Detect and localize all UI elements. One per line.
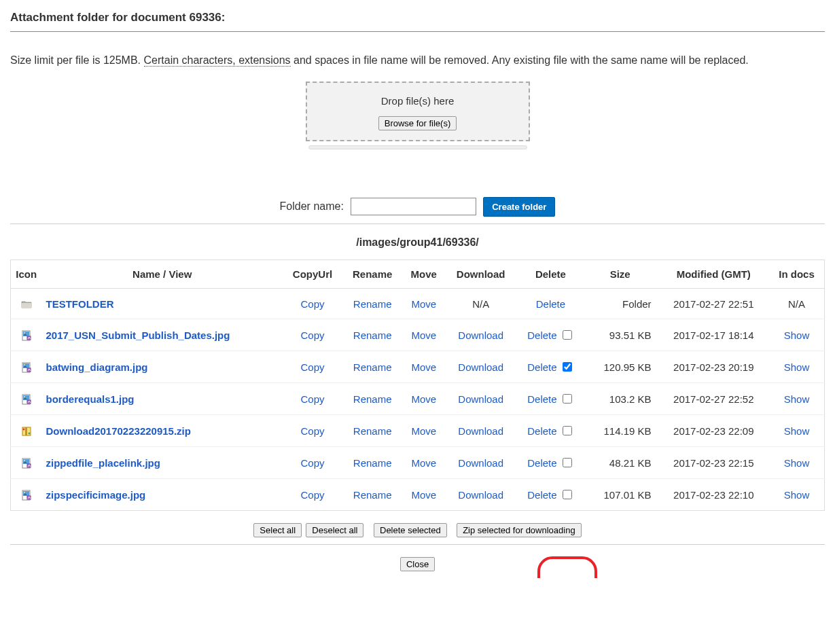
file-modified: 2017-02-23 22:10: [658, 479, 769, 511]
delete-link[interactable]: Delete: [536, 298, 565, 310]
delete-checkbox[interactable]: [563, 426, 572, 435]
col-download: Download: [445, 260, 516, 289]
delete-checkbox[interactable]: [563, 362, 572, 372]
table-row: zippedfile_placelink.jpgCopyRenameMoveDo…: [11, 447, 825, 479]
file-name-link[interactable]: Download20170223220915.zip: [46, 425, 191, 437]
copy-link[interactable]: Copy: [301, 425, 325, 437]
file-modified: 2017-02-23 22:09: [658, 415, 769, 447]
file-modified: 2017-02-27 22:52: [658, 383, 769, 415]
copy-link[interactable]: Copy: [301, 361, 325, 373]
delete-link[interactable]: Delete: [527, 361, 556, 373]
copy-link[interactable]: Copy: [301, 457, 325, 469]
col-delete: Delete: [516, 260, 585, 289]
create-folder-button[interactable]: Create folder: [483, 197, 555, 217]
table-row: batwing_diagram.jpgCopyRenameMoveDownloa…: [11, 351, 825, 383]
delete-link[interactable]: Delete: [527, 489, 556, 501]
delete-link[interactable]: Delete: [527, 457, 556, 469]
download-link[interactable]: Download: [458, 329, 503, 341]
show-link[interactable]: Show: [784, 361, 810, 373]
image-icon: [11, 479, 42, 511]
folder-icon: [11, 289, 42, 319]
file-size: 107.01 KB: [585, 479, 658, 511]
svg-rect-13: [25, 427, 27, 435]
folder-name-input[interactable]: [351, 198, 476, 215]
download-link[interactable]: Download: [458, 457, 503, 469]
rename-link[interactable]: Rename: [353, 329, 392, 341]
col-rename: Rename: [342, 260, 402, 289]
move-link[interactable]: Move: [411, 361, 436, 373]
download-link[interactable]: Download: [458, 489, 503, 501]
table-row: Download20170223220915.zipCopyRenameMove…: [11, 415, 825, 447]
svg-point-15: [28, 433, 30, 435]
rename-link[interactable]: Rename: [353, 457, 392, 469]
drop-label: Drop file(s) here: [314, 95, 522, 107]
file-name-link[interactable]: batwing_diagram.jpg: [46, 361, 148, 373]
show-link[interactable]: Show: [784, 489, 810, 501]
rename-link[interactable]: Rename: [353, 425, 392, 437]
rename-link[interactable]: Rename: [353, 361, 392, 373]
move-link[interactable]: Move: [411, 298, 436, 310]
image-icon: [11, 351, 42, 383]
zip-selected-button[interactable]: Zip selected for downloading: [457, 523, 582, 537]
copy-link[interactable]: Copy: [301, 393, 325, 405]
intro-suffix: and spaces in file name will be removed.…: [291, 54, 749, 66]
move-link[interactable]: Move: [411, 489, 436, 501]
delete-checkbox[interactable]: [563, 490, 572, 499]
show-link[interactable]: Show: [784, 425, 810, 437]
download-link[interactable]: Download: [458, 425, 503, 437]
copy-link[interactable]: Copy: [301, 329, 325, 341]
file-name-link[interactable]: TESTFOLDER: [46, 298, 114, 310]
file-size: 120.95 KB: [585, 351, 658, 383]
move-link[interactable]: Move: [411, 457, 436, 469]
move-link[interactable]: Move: [411, 425, 436, 437]
drop-zone[interactable]: Drop file(s) here Browse for file(s): [306, 82, 530, 141]
download-link[interactable]: Download: [458, 393, 503, 405]
delete-checkbox[interactable]: [563, 394, 572, 404]
col-icon: Icon: [11, 260, 42, 289]
delete-selected-button[interactable]: Delete selected: [374, 523, 447, 537]
file-name-link[interactable]: zipspecificimage.jpg: [46, 489, 146, 501]
delete-checkbox[interactable]: [563, 458, 572, 467]
intro-link[interactable]: Certain characters, extensions: [144, 54, 291, 67]
file-name-link[interactable]: borderequals1.jpg: [46, 393, 135, 405]
show-link[interactable]: Show: [784, 393, 810, 405]
deselect-all-button[interactable]: Deselect all: [306, 523, 363, 537]
copy-link[interactable]: Copy: [301, 298, 325, 310]
move-link[interactable]: Move: [411, 393, 436, 405]
current-path: /images/group41/69336/: [10, 236, 825, 249]
delete-link[interactable]: Delete: [527, 329, 556, 341]
delete-link[interactable]: Delete: [527, 425, 556, 437]
rename-link[interactable]: Rename: [353, 489, 392, 501]
col-size: Size: [585, 260, 658, 289]
download-link[interactable]: Download: [458, 361, 503, 373]
intro-text: Size limit per file is 125MB. Certain ch…: [10, 52, 825, 68]
select-all-button[interactable]: Select all: [253, 523, 302, 537]
file-size: 48.21 KB: [585, 447, 658, 479]
svg-point-14: [22, 429, 24, 431]
table-row: TESTFOLDERCopyRenameMoveN/ADeleteFolder2…: [11, 289, 825, 319]
image-icon: [11, 447, 42, 479]
close-button[interactable]: Close: [400, 557, 435, 571]
col-indocs: In docs: [769, 260, 825, 289]
show-link[interactable]: Show: [784, 457, 810, 469]
file-size: 103.2 KB: [585, 383, 658, 415]
svg-point-10: [24, 396, 25, 397]
rename-link[interactable]: Rename: [353, 393, 392, 405]
move-link[interactable]: Move: [411, 329, 436, 341]
page-title: Attachment folder for document 69336:: [10, 11, 825, 24]
divider: [10, 544, 825, 545]
divider: [10, 223, 825, 224]
file-modified: 2017-02-27 22:51: [658, 289, 769, 319]
divider: [10, 31, 825, 32]
zip-icon: [11, 415, 42, 447]
file-size: Folder: [585, 289, 658, 319]
show-link[interactable]: Show: [784, 329, 810, 341]
browse-button[interactable]: Browse for file(s): [378, 116, 457, 130]
file-name-link[interactable]: 2017_USN_Submit_Publish_Dates.jpg: [46, 329, 230, 341]
delete-checkbox[interactable]: [563, 330, 572, 340]
delete-link[interactable]: Delete: [527, 393, 556, 405]
file-name-link[interactable]: zippedfile_placelink.jpg: [46, 457, 160, 469]
rename-link[interactable]: Rename: [353, 298, 392, 310]
copy-link[interactable]: Copy: [301, 489, 325, 501]
upload-progress-track: [308, 145, 527, 149]
